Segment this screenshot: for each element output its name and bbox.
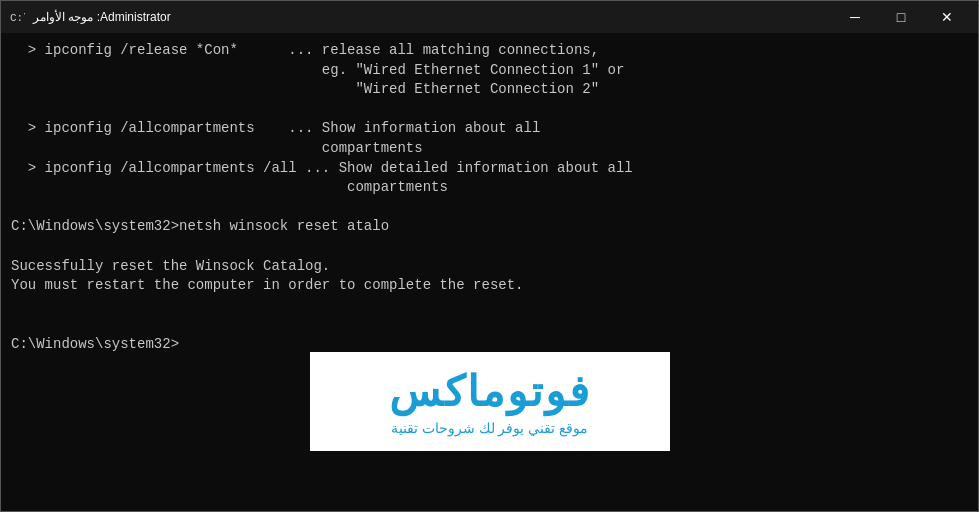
cmd-window: C:\ Administrator: موجه الأوامر ─ □ ✕ > … — [0, 0, 979, 512]
watermark: فوتوماكس موقع تقني يوفر لك شروحات تقنية — [310, 352, 670, 451]
terminal-line: > ipconfig /release *Con* ... release al… — [11, 41, 968, 61]
terminal-line: "Wired Ethernet Connection 2" — [11, 80, 968, 100]
title-bar: C:\ Administrator: موجه الأوامر ─ □ ✕ — [1, 1, 978, 33]
svg-text:C:\: C:\ — [10, 12, 25, 24]
terminal-line: > ipconfig /allcompartments ... Show inf… — [11, 119, 968, 139]
terminal-line — [11, 237, 968, 257]
terminal-line: > ipconfig /allcompartments /all ... Sho… — [11, 159, 968, 179]
title-bar-left: C:\ Administrator: موجه الأوامر — [9, 9, 171, 25]
cmd-icon: C:\ — [9, 9, 25, 25]
terminal-line: compartments — [11, 178, 968, 198]
terminal-line — [11, 315, 968, 335]
title-bar-controls: ─ □ ✕ — [832, 1, 970, 33]
title-bar-text: Administrator: موجه الأوامر — [33, 10, 171, 24]
terminal-line: eg. "Wired Ethernet Connection 1" or — [11, 61, 968, 81]
close-button[interactable]: ✕ — [924, 1, 970, 33]
terminal-output: > ipconfig /release *Con* ... release al… — [11, 41, 968, 355]
terminal-line — [11, 296, 968, 316]
terminal-line: compartments — [11, 139, 968, 159]
maximize-button[interactable]: □ — [878, 1, 924, 33]
terminal-line: Sucessfully reset the Winsock Catalog. — [11, 257, 968, 277]
watermark-logo: فوتوماكس — [340, 367, 640, 416]
watermark-subtitle: موقع تقني يوفر لك شروحات تقنية — [340, 420, 640, 436]
terminal-line: C:\Windows\system32>netsh winsock reset … — [11, 217, 968, 237]
terminal-line: You must restart the computer in order t… — [11, 276, 968, 296]
minimize-button[interactable]: ─ — [832, 1, 878, 33]
terminal-line — [11, 198, 968, 218]
terminal-line — [11, 100, 968, 120]
terminal-body[interactable]: > ipconfig /release *Con* ... release al… — [1, 33, 978, 511]
